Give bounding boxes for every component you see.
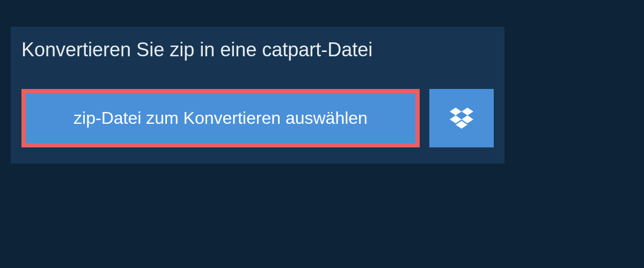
dropbox-button[interactable]: [429, 89, 494, 147]
dropbox-icon: [450, 106, 473, 131]
select-file-label: zip-Datei zum Konvertieren auswählen: [74, 108, 368, 128]
page-title: Konvertieren Sie zip in eine catpart-Dat…: [11, 27, 419, 73]
converter-panel: Konvertieren Sie zip in eine catpart-Dat…: [11, 27, 504, 163]
title-text: Konvertieren Sie zip in eine catpart-Dat…: [21, 39, 372, 61]
select-file-button[interactable]: zip-Datei zum Konvertieren auswählen: [21, 89, 420, 147]
action-row: zip-Datei zum Konvertieren auswählen: [21, 89, 494, 147]
